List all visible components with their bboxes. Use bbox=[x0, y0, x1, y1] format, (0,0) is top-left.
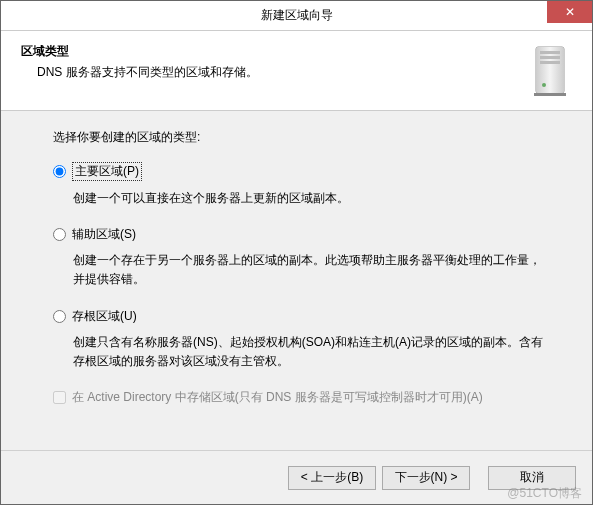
svg-rect-2 bbox=[540, 51, 560, 54]
radio-stub-zone[interactable]: 存根区域(U) bbox=[53, 308, 552, 325]
radio-primary-input[interactable] bbox=[53, 165, 66, 178]
radio-primary-label: 主要区域(P) bbox=[72, 162, 142, 181]
close-icon: ✕ bbox=[565, 5, 575, 19]
close-button[interactable]: ✕ bbox=[547, 1, 592, 23]
zone-type-radio-group: 主要区域(P) 创建一个可以直接在这个服务器上更新的区域副本。 辅助区域(S) … bbox=[53, 162, 552, 371]
ad-store-checkbox-row: 在 Active Directory 中存储区域(只有 DNS 服务器是可写域控… bbox=[53, 389, 552, 406]
wizard-header: 区域类型 DNS 服务器支持不同类型的区域和存储。 bbox=[1, 31, 592, 111]
wizard-content: 选择你要创建的区域的类型: 主要区域(P) 创建一个可以直接在这个服务器上更新的… bbox=[1, 111, 592, 450]
radio-primary-zone[interactable]: 主要区域(P) bbox=[53, 162, 552, 181]
svg-rect-4 bbox=[540, 61, 560, 64]
radio-stub-desc: 创建只含有名称服务器(NS)、起始授权机构(SOA)和粘连主机(A)记录的区域的… bbox=[73, 333, 552, 371]
svg-rect-6 bbox=[534, 93, 566, 96]
ad-store-checkbox bbox=[53, 391, 66, 404]
radio-secondary-zone[interactable]: 辅助区域(S) bbox=[53, 226, 552, 243]
header-text: 区域类型 DNS 服务器支持不同类型的区域和存储。 bbox=[21, 43, 520, 81]
wizard-footer: < 上一步(B) 下一步(N) > 取消 @51CTO博客 bbox=[1, 450, 592, 504]
radio-secondary-desc: 创建一个存在于另一个服务器上的区域的副本。此选项帮助主服务器平衡处理的工作量，并… bbox=[73, 251, 552, 289]
header-title: 区域类型 bbox=[21, 43, 520, 60]
next-button[interactable]: 下一步(N) > bbox=[382, 466, 470, 490]
radio-stub-label: 存根区域(U) bbox=[72, 308, 137, 325]
prompt-text: 选择你要创建的区域的类型: bbox=[53, 129, 552, 146]
window-title: 新建区域向导 bbox=[1, 7, 592, 24]
radio-stub-input[interactable] bbox=[53, 310, 66, 323]
ad-store-label: 在 Active Directory 中存储区域(只有 DNS 服务器是可写域控… bbox=[72, 389, 483, 406]
radio-primary-desc: 创建一个可以直接在这个服务器上更新的区域副本。 bbox=[73, 189, 552, 208]
svg-point-5 bbox=[542, 83, 546, 87]
radio-secondary-label: 辅助区域(S) bbox=[72, 226, 136, 243]
svg-rect-3 bbox=[540, 56, 560, 59]
radio-secondary-input[interactable] bbox=[53, 228, 66, 241]
header-subtitle: DNS 服务器支持不同类型的区域和存储。 bbox=[37, 64, 520, 81]
back-button[interactable]: < 上一步(B) bbox=[288, 466, 376, 490]
cancel-button[interactable]: 取消 bbox=[488, 466, 576, 490]
server-icon bbox=[530, 43, 572, 98]
wizard-dialog: 新建区域向导 ✕ 区域类型 DNS 服务器支持不同类型的区域和存储。 选择你要创… bbox=[0, 0, 593, 505]
titlebar: 新建区域向导 ✕ bbox=[1, 1, 592, 31]
